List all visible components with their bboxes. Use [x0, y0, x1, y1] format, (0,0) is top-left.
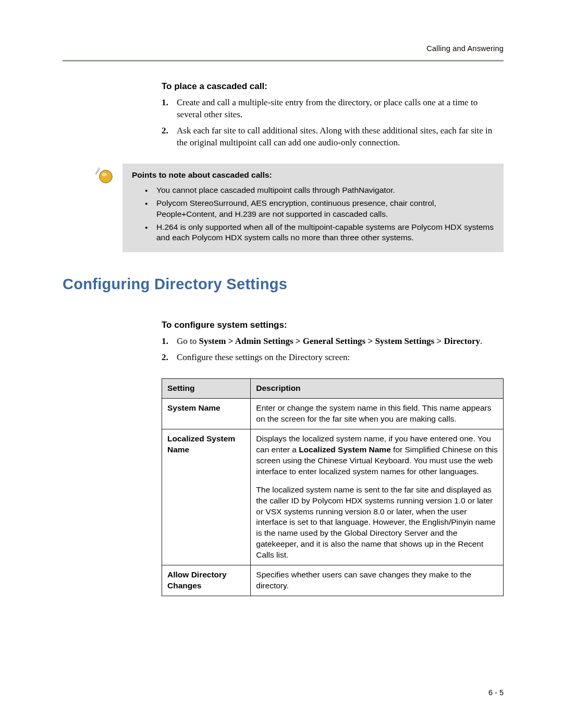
- settings-table: Setting Description System Name Enter or…: [162, 378, 504, 596]
- table-row: System Name Enter or change the system n…: [162, 399, 504, 429]
- note-bullet-2: Polycom StereoSurround, AES encryption, …: [145, 198, 494, 220]
- col-description: Description: [251, 379, 504, 399]
- configure-step-2: Configure these settings on the Director…: [162, 352, 504, 364]
- table-row: Allow Directory Changes Specifies whethe…: [162, 565, 504, 596]
- cascaded-step-1: Create and call a multiple-site entry fr…: [162, 97, 504, 121]
- desc-paragraph-1: Displays the localized system name, if y…: [256, 434, 498, 477]
- setting-cell: Localized System Name: [162, 429, 251, 565]
- table-header-row: Setting Description: [162, 379, 504, 399]
- setting-cell: System Name: [162, 399, 251, 429]
- page-footer: 6 - 5: [488, 688, 504, 697]
- desc-paragraph-2: The localized system name is sent to the…: [256, 485, 498, 561]
- note-bullets: You cannot place cascaded multipoint cal…: [132, 185, 494, 244]
- note-bullet-3: H.264 is only supported when all of the …: [145, 222, 494, 244]
- note-bullet-1: You cannot place cascaded multipoint cal…: [145, 185, 494, 196]
- step1-tail: .: [480, 336, 482, 346]
- cascaded-heading: To place a cascaded call:: [162, 81, 504, 92]
- table-row: Localized System Name Displays the local…: [162, 429, 504, 565]
- col-setting: Setting: [162, 379, 251, 399]
- step1-path: System > Admin Settings > General Settin…: [199, 336, 480, 346]
- desc-cell: Displays the localized system name, if y…: [251, 429, 504, 565]
- note-heading: Points to note about cascaded calls:: [132, 170, 494, 180]
- svg-point-0: [100, 170, 113, 183]
- note-icon: [95, 165, 115, 184]
- content-area: To place a cascaded call: Create and cal…: [63, 81, 504, 596]
- section-heading: Configuring Directory Settings: [63, 276, 504, 293]
- page: Calling and Answering To place a cascade…: [0, 0, 563, 728]
- desc-cell: Specifies whether users can save changes…: [251, 565, 504, 596]
- configure-steps: Go to System > Admin Settings > General …: [162, 336, 504, 364]
- step1-lead: Go to: [177, 336, 199, 346]
- cascaded-step-2: Ask each far site to call additional sit…: [162, 125, 504, 149]
- configure-step-1: Go to System > Admin Settings > General …: [162, 336, 504, 348]
- desc-cell: Enter or change the system name in this …: [251, 399, 504, 429]
- svg-point-1: [102, 172, 107, 176]
- header-text: Calling and Answering: [426, 44, 504, 53]
- note-box: Points to note about cascaded calls: You…: [123, 164, 504, 253]
- configure-heading: To configure system settings:: [162, 320, 504, 330]
- desc-bold: Localized System Name: [299, 445, 391, 454]
- cascaded-steps: Create and call a multiple-site entry fr…: [162, 97, 504, 149]
- setting-cell: Allow Directory Changes: [162, 565, 251, 596]
- page-header: Calling and Answering: [63, 44, 504, 61]
